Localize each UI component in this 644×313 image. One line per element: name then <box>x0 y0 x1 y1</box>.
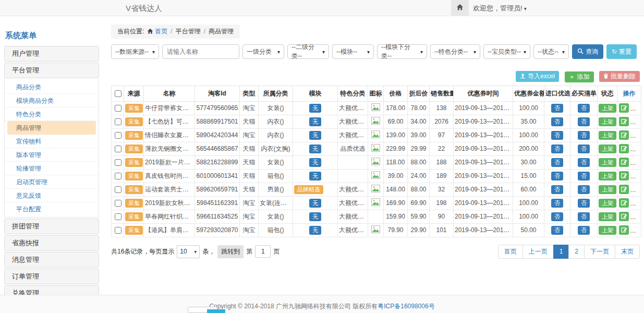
edit-button[interactable] <box>619 212 629 221</box>
must-buy-toggle[interactable]: 否 <box>578 131 590 140</box>
coupon-amount-cell: 100.00 <box>513 128 544 142</box>
page-number-input[interactable] <box>255 245 271 258</box>
sidebar-item-意见反馈[interactable]: 意见反馈 <box>5 189 99 202</box>
edit-button[interactable] <box>619 198 629 208</box>
module-cell: 无 <box>293 155 338 169</box>
filter-select-1[interactable]: 一级分类▾ <box>242 44 284 59</box>
row-checkbox[interactable] <box>115 200 121 207</box>
coupon-time-cell: 2019-09-13—2019-09-18 <box>454 223 513 237</box>
edit-button[interactable] <box>619 158 629 167</box>
import-select-toggle[interactable]: 否 <box>551 172 563 180</box>
row-checkbox[interactable] <box>115 105 121 112</box>
data-source-select[interactable]: --数据来源--▾ <box>111 44 159 59</box>
status-badge[interactable]: 上架 <box>599 199 616 208</box>
edit-button[interactable] <box>619 130 629 140</box>
import-select-toggle[interactable]: 否 <box>551 199 563 208</box>
sidebar-item-特色分类[interactable]: 特色分类 <box>5 107 99 121</box>
reset-button[interactable]: ↻ 重置 <box>606 44 637 59</box>
filter-select-5[interactable]: --特色分类--▾ <box>430 44 480 59</box>
filter-select-6[interactable]: --宝贝类型--▾ <box>483 44 530 59</box>
must-buy-toggle[interactable]: 否 <box>578 117 590 126</box>
row-checkbox[interactable] <box>115 159 121 166</box>
sidebar-item-宣传物料[interactable]: 宣传物料 <box>5 135 99 148</box>
row-checkbox[interactable] <box>115 173 121 179</box>
add-button[interactable]: ＋ 添加 <box>565 71 594 82</box>
select-value: --模块下分类-- <box>381 43 419 61</box>
must-buy-toggle[interactable]: 否 <box>578 145 590 153</box>
status-badge[interactable]: 上架 <box>599 117 616 126</box>
edit-button[interactable] <box>619 185 629 194</box>
must-buy-toggle[interactable]: 否 <box>578 199 590 208</box>
sidebar-item-平台配置[interactable]: 平台配置 <box>5 202 99 216</box>
page-button-下一页[interactable]: 下一页 <box>584 245 615 259</box>
import-select-toggle[interactable]: 否 <box>551 212 563 221</box>
sidebar-item-拼团管理[interactable]: 拼团管理 <box>4 219 99 234</box>
import-select-toggle[interactable]: 否 <box>551 131 563 140</box>
filter-select-3[interactable]: --模块--▾ <box>332 44 374 59</box>
page-button-1[interactable]: 1 <box>553 245 569 259</box>
row-checkbox[interactable] <box>115 146 121 152</box>
filter-select-4[interactable]: --模块下分类--▾ <box>377 44 427 59</box>
sidebar-item-省惠快报[interactable]: 省惠快报 <box>4 235 99 251</box>
status-badge[interactable]: 上架 <box>599 104 616 113</box>
status-badge[interactable]: 上架 <box>599 131 616 140</box>
row-checkbox[interactable] <box>115 132 121 139</box>
import-select-toggle[interactable]: 否 <box>551 117 563 126</box>
source-badge: 采集 <box>125 131 143 140</box>
filter-select-2[interactable]: --二级分类--▾ <box>287 44 329 59</box>
edit-button[interactable] <box>619 117 629 126</box>
select-all-checkbox[interactable] <box>115 90 121 97</box>
must-buy-toggle[interactable]: 否 <box>578 185 590 194</box>
price-cell: 69.00 <box>384 115 408 128</box>
row-checkbox[interactable] <box>115 213 121 220</box>
must-buy-toggle[interactable]: 否 <box>578 158 590 167</box>
status-badge[interactable]: 上架 <box>599 158 616 167</box>
edit-button[interactable] <box>619 171 629 180</box>
must-buy-toggle[interactable]: 否 <box>578 226 590 235</box>
import-select-toggle[interactable]: 否 <box>551 104 563 113</box>
status-badge[interactable]: 上架 <box>599 185 616 194</box>
sidebar-item-商品管理[interactable]: 商品管理 <box>7 121 96 135</box>
import-select-toggle[interactable]: 否 <box>551 145 563 153</box>
filter-select-7[interactable]: --状态--▾ <box>533 44 569 59</box>
status-badge[interactable]: 上架 <box>599 145 616 153</box>
search-button[interactable]: 查询 <box>572 44 603 59</box>
must-buy-toggle[interactable]: 否 <box>578 172 590 180</box>
sidebar-item-用户管理[interactable]: 用户管理 <box>4 46 99 62</box>
sidebar-item-轮播管理[interactable]: 轮播管理 <box>5 162 99 175</box>
sidebar-item-订单管理[interactable]: 订单管理 <box>4 269 99 284</box>
home-button[interactable] <box>451 0 469 16</box>
page-button-首页[interactable]: 首页 <box>498 245 523 259</box>
import-select-toggle[interactable]: 否 <box>551 158 563 167</box>
import-excel-button[interactable]: 导入excel <box>516 71 559 82</box>
page-button-末页[interactable]: 末页 <box>615 245 640 259</box>
edit-button[interactable] <box>619 103 629 113</box>
sidebar-item-版本管理[interactable]: 版本管理 <box>5 148 99 162</box>
import-select-toggle[interactable]: 否 <box>551 226 563 235</box>
status-badge[interactable]: 上架 <box>599 172 616 180</box>
sidebar-item-启动页管理[interactable]: 启动页管理 <box>5 175 99 189</box>
icp-link[interactable]: 粤ICP备16098006号 <box>378 303 434 310</box>
breadcrumb-home-link[interactable]: 首页 <box>155 28 167 35</box>
user-menu[interactable]: 欢迎您，管理员!▾ <box>473 0 527 17</box>
per-page-select[interactable]: 10▾ <box>177 245 200 258</box>
page-button-上一页[interactable]: 上一页 <box>523 245 554 259</box>
status-badge[interactable]: 上架 <box>599 226 616 235</box>
must-buy-toggle[interactable]: 否 <box>578 212 590 221</box>
jump-button[interactable]: 跳转到 <box>217 245 244 258</box>
status-badge[interactable]: 上架 <box>599 212 616 221</box>
edit-button[interactable] <box>619 225 629 235</box>
row-checkbox[interactable] <box>115 118 121 125</box>
sidebar-item-商品分类[interactable]: 商品分类 <box>5 80 99 94</box>
import-select-toggle[interactable]: 否 <box>551 185 563 194</box>
sidebar-item-平台管理[interactable]: 平台管理 <box>4 63 99 78</box>
sidebar-item-模块商品分类[interactable]: 模块商品分类 <box>5 94 99 107</box>
edit-button[interactable] <box>619 144 629 153</box>
sidebar-item-消息管理[interactable]: 消息管理 <box>4 252 99 268</box>
batch-delete-button[interactable]: 批量删除 <box>599 71 640 82</box>
row-checkbox[interactable] <box>115 186 121 193</box>
row-checkbox[interactable] <box>115 227 121 234</box>
page-button-2[interactable]: 2 <box>568 245 585 259</box>
name-search-input[interactable] <box>162 44 239 59</box>
must-buy-toggle[interactable]: 否 <box>578 104 590 113</box>
